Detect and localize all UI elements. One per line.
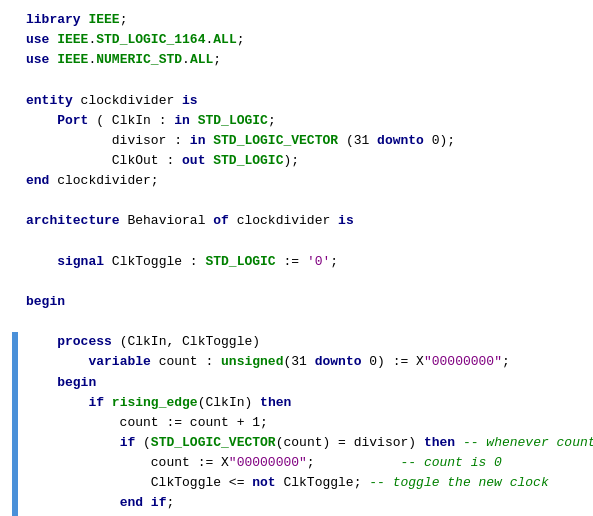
code-line: use IEEE.STD_LOGIC_1164.ALL;: [12, 30, 581, 50]
line-gutter: [12, 473, 18, 493]
code-line: architecture Behavioral of clockdivider …: [12, 211, 581, 231]
line-content: [26, 312, 581, 332]
code-line: variable count : unsigned(31 downto 0) :…: [12, 352, 581, 372]
line-gutter: [12, 373, 18, 393]
line-gutter: [12, 70, 18, 90]
code-line: process (ClkIn, ClkToggle): [12, 332, 581, 352]
code-line: begin: [12, 373, 581, 393]
line-content: if (STD_LOGIC_VECTOR(count) = divisor) t…: [26, 433, 593, 453]
line-content: count := count + 1;: [26, 413, 581, 433]
line-gutter: [12, 352, 18, 372]
code-editor: library IEEE;use IEEE.STD_LOGIC_1164.ALL…: [12, 10, 581, 516]
line-content: end if;: [26, 493, 581, 513]
line-content: [26, 232, 581, 252]
line-gutter: [12, 272, 18, 292]
line-content: variable count : unsigned(31 downto 0) :…: [26, 352, 581, 372]
line-gutter: [12, 332, 18, 352]
code-line: signal ClkToggle : STD_LOGIC := '0';: [12, 252, 581, 272]
line-gutter: [12, 232, 18, 252]
line-content: if rising_edge(ClkIn) then: [26, 393, 581, 413]
code-line: ClkOut : out STD_LOGIC);: [12, 151, 581, 171]
line-content: count := X"00000000"; -- count is 0: [26, 453, 581, 473]
line-content: ClkToggle <= not ClkToggle; -- toggle th…: [26, 473, 581, 493]
code-line: begin: [12, 292, 581, 312]
line-content: divisor : in STD_LOGIC_VECTOR (31 downto…: [26, 131, 581, 151]
line-content: use IEEE.NUMERIC_STD.ALL;: [26, 50, 581, 70]
line-content: entity clockdivider is: [26, 91, 581, 111]
line-gutter: [12, 493, 18, 513]
line-content: Port ( ClkIn : in STD_LOGIC;: [26, 111, 581, 131]
line-gutter: [12, 50, 18, 70]
code-line: use IEEE.NUMERIC_STD.ALL;: [12, 50, 581, 70]
line-gutter: [12, 393, 18, 413]
line-content: signal ClkToggle : STD_LOGIC := '0';: [26, 252, 581, 272]
line-gutter: [12, 111, 18, 131]
line-content: architecture Behavioral of clockdivider …: [26, 211, 581, 231]
code-line: [12, 191, 581, 211]
code-line: entity clockdivider is: [12, 91, 581, 111]
code-line: end if;: [12, 493, 581, 513]
line-content: begin: [26, 292, 581, 312]
line-gutter: [12, 211, 18, 231]
line-content: ClkOut : out STD_LOGIC);: [26, 151, 581, 171]
line-gutter: [12, 453, 18, 473]
line-content: end clockdivider;: [26, 171, 581, 191]
line-content: [26, 272, 581, 292]
code-line: ClkToggle <= not ClkToggle; -- toggle th…: [12, 473, 581, 493]
code-line: Port ( ClkIn : in STD_LOGIC;: [12, 111, 581, 131]
line-gutter: [12, 191, 18, 211]
line-gutter: [12, 171, 18, 191]
code-line: [12, 232, 581, 252]
line-gutter: [12, 151, 18, 171]
line-content: library IEEE;: [26, 10, 581, 30]
line-content: process (ClkIn, ClkToggle): [26, 332, 581, 352]
line-gutter: [12, 312, 18, 332]
line-gutter: [12, 10, 18, 30]
line-gutter: [12, 131, 18, 151]
code-line: divisor : in STD_LOGIC_VECTOR (31 downto…: [12, 131, 581, 151]
code-line: if rising_edge(ClkIn) then: [12, 393, 581, 413]
line-gutter: [12, 30, 18, 50]
code-line: [12, 272, 581, 292]
line-gutter: [12, 413, 18, 433]
code-line: [12, 312, 581, 332]
line-gutter: [12, 433, 18, 453]
code-line: end clockdivider;: [12, 171, 581, 191]
code-line: library IEEE;: [12, 10, 581, 30]
line-content: begin: [26, 373, 581, 393]
line-content: use IEEE.STD_LOGIC_1164.ALL;: [26, 30, 581, 50]
line-content: [26, 70, 581, 90]
line-gutter: [12, 292, 18, 312]
line-gutter: [12, 91, 18, 111]
code-line: if (STD_LOGIC_VECTOR(count) = divisor) t…: [12, 433, 581, 453]
line-gutter: [12, 252, 18, 272]
line-content: [26, 191, 581, 211]
code-line: count := count + 1;: [12, 413, 581, 433]
code-line: [12, 70, 581, 90]
code-line: count := X"00000000"; -- count is 0: [12, 453, 581, 473]
